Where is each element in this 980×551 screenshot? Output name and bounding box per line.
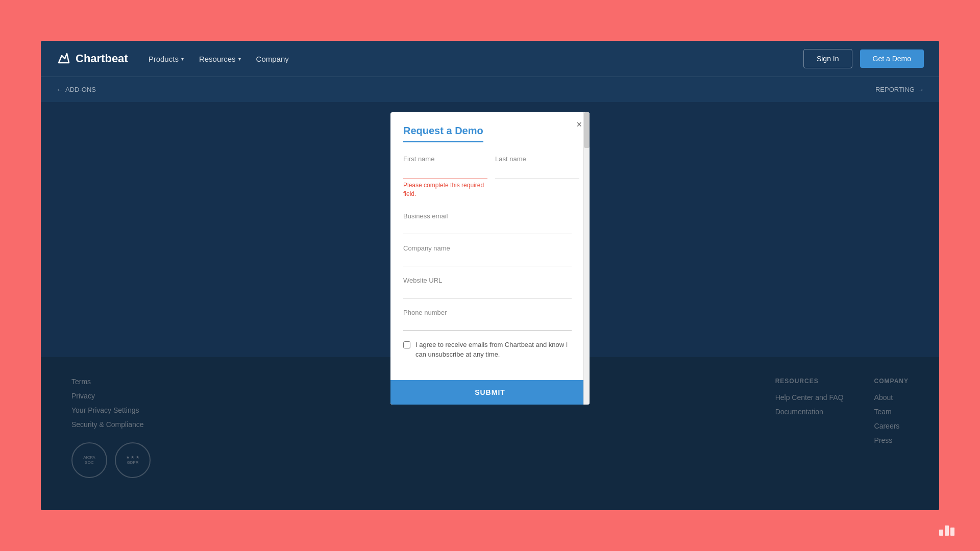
consent-checkbox[interactable] [403,341,410,348]
company-name-label: Company name [403,244,450,252]
modal-body: First name Please complete this required… [390,145,590,380]
main-content: Terms Privacy Your Privacy Settings Secu… [41,102,939,510]
email-section: Business email [403,211,579,234]
chart-bar-1 [939,530,943,536]
logo-text: Chartbeat [76,52,128,65]
navbar-links: Products ▾ Resources ▾ Company [149,55,803,63]
last-name-group: Last name [495,155,579,198]
sub-nav-left-label: ADD-ONS [65,86,96,93]
company-section: Company name [403,243,579,266]
sub-nav: ← ADD-ONS REPORTING → [41,77,939,102]
chart-bar-3 [950,528,954,536]
first-name-group: First name Please complete this required… [403,155,487,198]
arrow-left-icon: ← [56,86,63,93]
phone-number-label: Phone number [403,309,447,316]
logo[interactable]: Chartbeat [56,51,128,66]
phone-number-input[interactable] [403,317,572,331]
nav-resources[interactable]: Resources ▾ [199,55,241,63]
name-row: First name Please complete this required… [403,155,579,201]
nav-products[interactable]: Products ▾ [149,55,184,63]
last-name-input[interactable] [495,165,579,179]
business-email-input[interactable] [403,220,572,234]
logo-icon [56,51,71,66]
nav-company[interactable]: Company [256,55,289,63]
modal-header: Request a Demo × [390,112,590,145]
website-url-label: Website URL [403,277,442,284]
chevron-down-icon: ▾ [238,56,241,62]
browser-window: Chartbeat Products ▾ Resources ▾ Company… [41,41,939,510]
website-section: Website URL [403,276,579,298]
sign-in-button[interactable]: Sign In [803,49,852,68]
first-name-error: Please complete this required field. [403,181,487,198]
modal-title: Request a Demo [403,125,483,142]
business-email-label: Business email [403,212,448,220]
phone-section: Phone number [403,308,579,331]
navbar: Chartbeat Products ▾ Resources ▾ Company… [41,41,939,77]
first-name-input[interactable] [403,165,487,179]
svg-marker-0 [59,54,69,63]
first-name-label: First name [403,155,487,163]
website-url-input[interactable] [403,285,572,298]
sub-nav-right[interactable]: REPORTING → [875,86,924,93]
chart-bar-2 [945,525,949,536]
modal-scrollbar[interactable] [583,112,590,405]
chevron-down-icon: ▾ [181,56,184,62]
consent-label: I agree to receive emails from Chartbeat… [415,340,579,360]
arrow-right-icon: → [917,86,924,93]
bottom-chart-icon [939,525,954,536]
modal-overlay: Request a Demo × First name Please compl… [41,102,939,510]
last-name-label: Last name [495,155,579,163]
demo-modal: Request a Demo × First name Please compl… [390,112,590,405]
submit-button[interactable]: SUBMIT [390,380,590,405]
company-name-input[interactable] [403,253,572,266]
modal-scrollbar-thumb [584,112,590,148]
navbar-actions: Sign In Get a Demo [803,49,924,68]
modal-close-button[interactable]: × [576,120,582,129]
get-demo-button[interactable]: Get a Demo [860,49,924,68]
sub-nav-right-label: REPORTING [875,86,915,93]
consent-row: I agree to receive emails from Chartbeat… [403,340,579,360]
sub-nav-left[interactable]: ← ADD-ONS [56,86,96,93]
